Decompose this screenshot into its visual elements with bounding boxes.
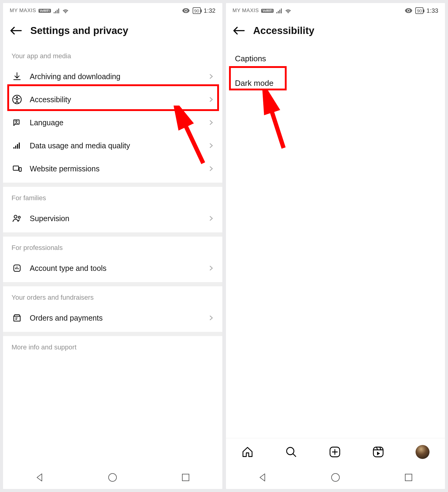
create-icon[interactable] (328, 446, 341, 458)
language-icon: 文 (12, 117, 22, 128)
status-bar: MY MAXIS VoWiFi 90 1:32 (3, 3, 222, 18)
page-header: Settings and privacy (3, 18, 222, 45)
svg-rect-11 (182, 474, 189, 481)
chevron-right-icon (208, 166, 214, 171)
nav-back-icon[interactable] (257, 472, 268, 483)
accessibility-row-label: Captions (235, 54, 266, 63)
website-icon (12, 163, 22, 174)
settings-row-supervision[interactable]: Supervision (3, 207, 222, 230)
android-nav-bar (3, 465, 222, 489)
battery-indicator: 90 (193, 7, 201, 14)
home-icon[interactable] (241, 446, 254, 458)
back-icon[interactable] (233, 26, 245, 35)
back-icon[interactable] (10, 26, 22, 35)
settings-row-label: Orders and payments (30, 314, 201, 322)
clock-label: 1:32 (204, 7, 216, 14)
annotation-highlight-box (229, 66, 287, 90)
section-heading-more-info: More info and support (3, 343, 222, 356)
chevron-right-icon (208, 216, 214, 221)
section-heading-orders: Your orders and fundraisers (3, 294, 222, 306)
chevron-right-icon (208, 265, 214, 271)
nav-back-icon[interactable] (34, 472, 45, 483)
download-icon (12, 71, 22, 82)
eye-icon (182, 8, 190, 13)
settings-row-label: Account type and tools (30, 264, 201, 273)
clock-label: 1:33 (426, 7, 438, 14)
signal-icon (53, 8, 60, 13)
svg-line-13 (267, 96, 284, 148)
battery-indicator: 90 (415, 7, 423, 14)
page-header: Accessibility (226, 18, 445, 45)
nav-home-icon[interactable] (330, 472, 341, 483)
section-heading-families: For families (3, 194, 222, 207)
svg-line-1 (179, 112, 203, 163)
page-title: Accessibility (253, 25, 315, 36)
eye-icon (405, 8, 412, 13)
svg-text:文: 文 (14, 120, 18, 124)
svg-point-8 (18, 216, 20, 218)
section-heading-app-media: Your app and media (3, 52, 222, 65)
nav-home-icon[interactable] (107, 472, 118, 483)
android-nav-bar (226, 465, 445, 489)
reels-icon[interactable] (372, 446, 385, 458)
svg-rect-6 (19, 167, 21, 171)
carrier-label: MY MAXIS (233, 8, 259, 14)
svg-rect-18 (405, 474, 412, 481)
data-icon (12, 140, 22, 151)
carrier-label: MY MAXIS (10, 8, 36, 14)
chevron-right-icon (208, 315, 214, 321)
status-bar: MY MAXIS VoWiFi 90 1:33 (226, 3, 445, 18)
settings-row-label: Archiving and downloading (30, 72, 201, 81)
settings-row-account-tools[interactable]: Account type and tools (3, 257, 222, 280)
svg-point-10 (109, 473, 116, 481)
settings-list: Your app and media Archiving and downloa… (3, 45, 222, 465)
svg-point-17 (332, 473, 339, 481)
accessibility-list: Captions Dark mode (226, 45, 445, 438)
settings-row-orders-payments[interactable]: Orders and payments (3, 306, 222, 329)
svg-rect-5 (13, 166, 19, 170)
nav-recent-icon[interactable] (180, 472, 191, 483)
phone-screen-settings: MY MAXIS VoWiFi 90 1:32 Settings and pri… (3, 3, 222, 489)
svg-point-7 (14, 215, 17, 218)
section-heading-professionals: For professionals (3, 244, 222, 257)
signal-icon (276, 8, 283, 13)
supervision-icon (12, 213, 22, 224)
page-title: Settings and privacy (30, 25, 128, 36)
svg-rect-16 (373, 447, 383, 457)
phone-screen-accessibility: MY MAXIS VoWiFi 90 1:33 Accessibility (226, 3, 445, 489)
annotation-arrow (170, 106, 209, 166)
profile-avatar[interactable] (416, 445, 429, 459)
wifi-icon (62, 8, 69, 13)
instagram-bottom-nav (226, 438, 445, 465)
vowifi-badge: VoWiFi (261, 9, 274, 13)
wifi-icon (285, 8, 292, 13)
vowifi-badge: VoWiFi (39, 9, 51, 13)
account-tools-icon (12, 263, 22, 274)
nav-recent-icon[interactable] (403, 472, 414, 483)
annotation-arrow (256, 90, 293, 151)
chevron-right-icon (208, 74, 214, 79)
settings-row-label: Supervision (30, 214, 201, 223)
search-icon[interactable] (285, 446, 298, 458)
orders-icon (12, 312, 22, 323)
